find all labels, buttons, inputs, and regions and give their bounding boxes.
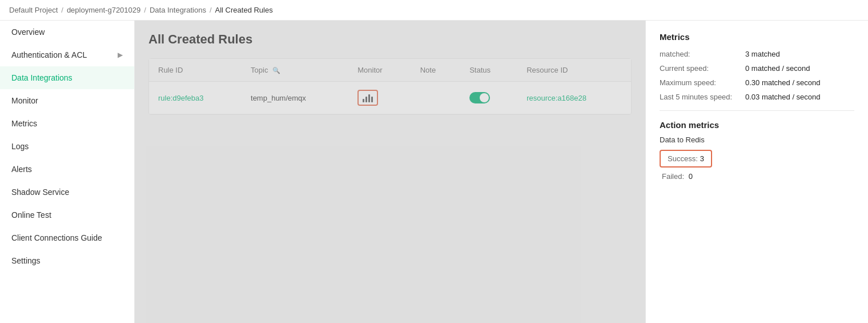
breadcrumb-sep-3: / bbox=[210, 6, 212, 14]
sidebar-label-auth: Authentication & ACL bbox=[11, 50, 87, 59]
sidebar-item-settings[interactable]: Settings bbox=[0, 249, 134, 272]
metric-max-speed-value: 0.30 matched / second bbox=[745, 78, 821, 87]
page-title: All Created Rules bbox=[148, 32, 632, 47]
breadcrumb: Default Project / deployment-g7201029 / … bbox=[0, 0, 868, 21]
sidebar-label-client-connections: Client Connections Guide bbox=[11, 233, 102, 242]
metric-matched-label: matched: bbox=[660, 50, 745, 58]
table-header-row: Rule ID Topic 🔍 Monitor Note bbox=[149, 59, 631, 82]
breadcrumb-item-2[interactable]: deployment-g7201029 bbox=[67, 6, 140, 14]
bar4 bbox=[371, 97, 373, 102]
sidebar-item-online-test[interactable]: Online Test bbox=[0, 204, 134, 226]
cell-note bbox=[411, 82, 460, 114]
sidebar-label-monitor: Monitor bbox=[11, 96, 38, 105]
sidebar-label-online-test: Online Test bbox=[11, 210, 51, 220]
metric-last5-speed-value: 0.03 matched / second bbox=[745, 93, 821, 101]
panel-divider bbox=[660, 110, 854, 111]
monitor-button[interactable] bbox=[357, 90, 378, 106]
breadcrumb-item-1[interactable]: Default Project bbox=[9, 6, 58, 14]
bar1 bbox=[363, 99, 364, 102]
table-row: rule:d9efeba3 temp_hum/emqx bbox=[149, 82, 631, 114]
col-topic: Topic 🔍 bbox=[242, 59, 348, 82]
main-content: All Created Rules Rule ID Topic 🔍 Monito… bbox=[135, 21, 645, 323]
breadcrumb-sep-1: / bbox=[61, 6, 63, 14]
action-metrics-title: Action metrics bbox=[660, 120, 854, 130]
cell-status bbox=[460, 82, 517, 114]
action-sub-title: Data to Redis bbox=[660, 135, 854, 144]
rule-id-link[interactable]: rule:d9efeba3 bbox=[158, 94, 204, 102]
metric-matched-value: 3 matched bbox=[745, 50, 780, 58]
topic-search-icon[interactable]: 🔍 bbox=[272, 67, 280, 74]
metrics-title: Metrics bbox=[660, 32, 854, 42]
status-toggle[interactable] bbox=[469, 92, 508, 103]
failed-value: 0 bbox=[689, 172, 693, 181]
success-box: Success: 3 bbox=[660, 150, 854, 172]
bar2 bbox=[365, 97, 367, 102]
sidebar-item-auth[interactable]: Authentication & ACL ▶ bbox=[0, 43, 134, 66]
sidebar-label-settings: Settings bbox=[11, 256, 41, 265]
sidebar-label-metrics: Metrics bbox=[11, 119, 37, 128]
breadcrumb-sep-2: / bbox=[144, 6, 146, 14]
metric-matched: matched: 3 matched bbox=[660, 50, 854, 58]
col-rule-id: Rule ID bbox=[149, 59, 242, 82]
cell-monitor bbox=[348, 82, 411, 114]
breadcrumb-item-4: All Created Rules bbox=[215, 6, 273, 14]
sidebar-label-shadow-service: Shadow Service bbox=[11, 188, 69, 197]
failed-label: Failed: bbox=[662, 172, 684, 181]
cell-topic: temp_hum/emqx bbox=[242, 82, 348, 114]
sidebar: Overview Authentication & ACL ▶ Data Int… bbox=[0, 21, 135, 323]
sidebar-label-data-integrations: Data Integrations bbox=[11, 73, 73, 82]
rules-table: Rule ID Topic 🔍 Monitor Note bbox=[149, 59, 631, 114]
metric-current-speed-label: Current speed: bbox=[660, 64, 745, 73]
sidebar-label-alerts: Alerts bbox=[11, 165, 32, 174]
topic-value: temp_hum/emqx bbox=[251, 94, 306, 102]
metric-last5-speed: Last 5 minutes speed: 0.03 matched / sec… bbox=[660, 93, 854, 101]
success-label: Success: bbox=[668, 154, 698, 163]
metric-last5-speed-label: Last 5 minutes speed: bbox=[660, 93, 745, 101]
success-value: 3 bbox=[700, 154, 704, 163]
right-panel: Metrics matched: 3 matched Current speed… bbox=[645, 21, 868, 323]
sidebar-item-overview[interactable]: Overview bbox=[0, 21, 134, 43]
col-note: Note bbox=[411, 59, 460, 82]
col-resource-id: Resource ID bbox=[517, 59, 631, 82]
cell-rule-id: rule:d9efeba3 bbox=[149, 82, 242, 114]
sidebar-item-client-connections[interactable]: Client Connections Guide bbox=[0, 226, 134, 249]
sidebar-item-logs[interactable]: Logs bbox=[0, 135, 134, 158]
sidebar-item-shadow-service[interactable]: Shadow Service bbox=[0, 181, 134, 204]
chevron-icon: ▶ bbox=[118, 51, 123, 59]
metric-max-speed: Maximum speed: 0.30 matched / second bbox=[660, 78, 854, 87]
bar-chart-icon bbox=[363, 93, 373, 102]
sidebar-item-data-integrations[interactable]: Data Integrations bbox=[0, 66, 134, 89]
toggle-control[interactable] bbox=[469, 92, 490, 103]
col-status: Status bbox=[460, 59, 517, 82]
col-monitor: Monitor bbox=[348, 59, 411, 82]
rules-table-container: Rule ID Topic 🔍 Monitor Note bbox=[148, 58, 632, 115]
failed-row: Failed: 0 bbox=[660, 172, 854, 181]
bar3 bbox=[368, 94, 370, 102]
metric-current-speed: Current speed: 0 matched / second bbox=[660, 64, 854, 73]
sidebar-item-monitor[interactable]: Monitor bbox=[0, 89, 134, 112]
sidebar-item-alerts[interactable]: Alerts bbox=[0, 158, 134, 181]
resource-id-link[interactable]: resource:a168e28 bbox=[527, 94, 586, 102]
breadcrumb-item-3[interactable]: Data Integrations bbox=[150, 6, 206, 14]
sidebar-label-logs: Logs bbox=[11, 142, 29, 151]
metric-max-speed-label: Maximum speed: bbox=[660, 78, 745, 87]
cell-resource-id: resource:a168e28 bbox=[517, 82, 631, 114]
sidebar-item-metrics[interactable]: Metrics bbox=[0, 112, 134, 135]
metric-current-speed-value: 0 matched / second bbox=[745, 64, 810, 73]
sidebar-label-overview: Overview bbox=[11, 27, 45, 37]
